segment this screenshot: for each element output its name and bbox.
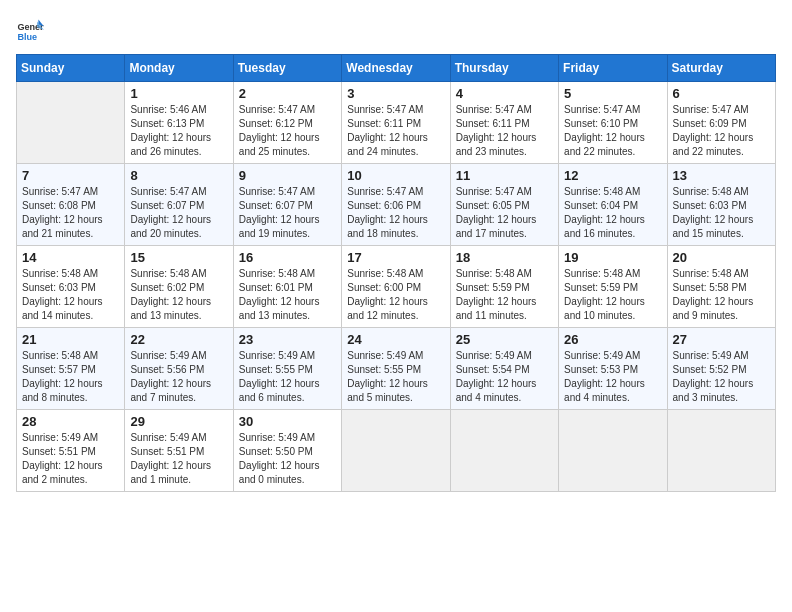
calendar-cell: [559, 410, 667, 492]
calendar-week-4: 21 Sunrise: 5:48 AMSunset: 5:57 PMDaylig…: [17, 328, 776, 410]
calendar-cell: 16 Sunrise: 5:48 AMSunset: 6:01 PMDaylig…: [233, 246, 341, 328]
day-number: 21: [22, 332, 119, 347]
day-info: Sunrise: 5:46 AMSunset: 6:13 PMDaylight:…: [130, 103, 227, 159]
day-number: 29: [130, 414, 227, 429]
day-number: 19: [564, 250, 661, 265]
day-info: Sunrise: 5:49 AMSunset: 5:51 PMDaylight:…: [22, 431, 119, 487]
calendar-cell: 8 Sunrise: 5:47 AMSunset: 6:07 PMDayligh…: [125, 164, 233, 246]
calendar-cell: 15 Sunrise: 5:48 AMSunset: 6:02 PMDaylig…: [125, 246, 233, 328]
day-info: Sunrise: 5:48 AMSunset: 6:03 PMDaylight:…: [22, 267, 119, 323]
day-number: 25: [456, 332, 553, 347]
day-info: Sunrise: 5:47 AMSunset: 6:07 PMDaylight:…: [130, 185, 227, 241]
day-number: 18: [456, 250, 553, 265]
day-number: 7: [22, 168, 119, 183]
calendar-cell: 30 Sunrise: 5:49 AMSunset: 5:50 PMDaylig…: [233, 410, 341, 492]
day-info: Sunrise: 5:47 AMSunset: 6:05 PMDaylight:…: [456, 185, 553, 241]
calendar-cell: 27 Sunrise: 5:49 AMSunset: 5:52 PMDaylig…: [667, 328, 775, 410]
calendar-cell: 20 Sunrise: 5:48 AMSunset: 5:58 PMDaylig…: [667, 246, 775, 328]
calendar-cell: 17 Sunrise: 5:48 AMSunset: 6:00 PMDaylig…: [342, 246, 450, 328]
day-number: 5: [564, 86, 661, 101]
day-info: Sunrise: 5:48 AMSunset: 6:00 PMDaylight:…: [347, 267, 444, 323]
logo-icon: General Blue: [16, 16, 44, 44]
calendar-cell: 7 Sunrise: 5:47 AMSunset: 6:08 PMDayligh…: [17, 164, 125, 246]
calendar-cell: 26 Sunrise: 5:49 AMSunset: 5:53 PMDaylig…: [559, 328, 667, 410]
day-number: 14: [22, 250, 119, 265]
logo: General Blue: [16, 16, 48, 44]
day-number: 22: [130, 332, 227, 347]
day-number: 1: [130, 86, 227, 101]
day-number: 13: [673, 168, 770, 183]
day-info: Sunrise: 5:49 AMSunset: 5:53 PMDaylight:…: [564, 349, 661, 405]
calendar-body: 1 Sunrise: 5:46 AMSunset: 6:13 PMDayligh…: [17, 82, 776, 492]
day-number: 27: [673, 332, 770, 347]
calendar-cell: [342, 410, 450, 492]
day-number: 10: [347, 168, 444, 183]
weekday-header-monday: Monday: [125, 55, 233, 82]
calendar-cell: 12 Sunrise: 5:48 AMSunset: 6:04 PMDaylig…: [559, 164, 667, 246]
weekday-header-thursday: Thursday: [450, 55, 558, 82]
day-info: Sunrise: 5:49 AMSunset: 5:55 PMDaylight:…: [239, 349, 336, 405]
day-info: Sunrise: 5:49 AMSunset: 5:52 PMDaylight:…: [673, 349, 770, 405]
calendar-cell: 18 Sunrise: 5:48 AMSunset: 5:59 PMDaylig…: [450, 246, 558, 328]
day-info: Sunrise: 5:47 AMSunset: 6:12 PMDaylight:…: [239, 103, 336, 159]
day-number: 8: [130, 168, 227, 183]
day-info: Sunrise: 5:48 AMSunset: 6:01 PMDaylight:…: [239, 267, 336, 323]
weekday-header-sunday: Sunday: [17, 55, 125, 82]
calendar-cell: 24 Sunrise: 5:49 AMSunset: 5:55 PMDaylig…: [342, 328, 450, 410]
day-info: Sunrise: 5:49 AMSunset: 5:50 PMDaylight:…: [239, 431, 336, 487]
calendar-cell: 11 Sunrise: 5:47 AMSunset: 6:05 PMDaylig…: [450, 164, 558, 246]
day-info: Sunrise: 5:48 AMSunset: 5:59 PMDaylight:…: [456, 267, 553, 323]
calendar-week-1: 1 Sunrise: 5:46 AMSunset: 6:13 PMDayligh…: [17, 82, 776, 164]
day-info: Sunrise: 5:49 AMSunset: 5:56 PMDaylight:…: [130, 349, 227, 405]
calendar-cell: 2 Sunrise: 5:47 AMSunset: 6:12 PMDayligh…: [233, 82, 341, 164]
calendar-cell: [450, 410, 558, 492]
day-info: Sunrise: 5:48 AMSunset: 6:03 PMDaylight:…: [673, 185, 770, 241]
weekday-header-wednesday: Wednesday: [342, 55, 450, 82]
day-info: Sunrise: 5:48 AMSunset: 5:58 PMDaylight:…: [673, 267, 770, 323]
day-info: Sunrise: 5:47 AMSunset: 6:06 PMDaylight:…: [347, 185, 444, 241]
calendar-cell: 1 Sunrise: 5:46 AMSunset: 6:13 PMDayligh…: [125, 82, 233, 164]
day-info: Sunrise: 5:49 AMSunset: 5:55 PMDaylight:…: [347, 349, 444, 405]
calendar-cell: 29 Sunrise: 5:49 AMSunset: 5:51 PMDaylig…: [125, 410, 233, 492]
day-info: Sunrise: 5:47 AMSunset: 6:08 PMDaylight:…: [22, 185, 119, 241]
day-info: Sunrise: 5:47 AMSunset: 6:09 PMDaylight:…: [673, 103, 770, 159]
day-info: Sunrise: 5:47 AMSunset: 6:07 PMDaylight:…: [239, 185, 336, 241]
day-number: 6: [673, 86, 770, 101]
day-info: Sunrise: 5:49 AMSunset: 5:51 PMDaylight:…: [130, 431, 227, 487]
day-number: 3: [347, 86, 444, 101]
day-info: Sunrise: 5:48 AMSunset: 5:59 PMDaylight:…: [564, 267, 661, 323]
calendar-cell: 3 Sunrise: 5:47 AMSunset: 6:11 PMDayligh…: [342, 82, 450, 164]
day-info: Sunrise: 5:48 AMSunset: 6:02 PMDaylight:…: [130, 267, 227, 323]
calendar-cell: 19 Sunrise: 5:48 AMSunset: 5:59 PMDaylig…: [559, 246, 667, 328]
calendar-cell: 5 Sunrise: 5:47 AMSunset: 6:10 PMDayligh…: [559, 82, 667, 164]
calendar-cell: 13 Sunrise: 5:48 AMSunset: 6:03 PMDaylig…: [667, 164, 775, 246]
day-number: 28: [22, 414, 119, 429]
calendar-week-2: 7 Sunrise: 5:47 AMSunset: 6:08 PMDayligh…: [17, 164, 776, 246]
weekday-header-saturday: Saturday: [667, 55, 775, 82]
calendar-cell: 22 Sunrise: 5:49 AMSunset: 5:56 PMDaylig…: [125, 328, 233, 410]
weekday-header-friday: Friday: [559, 55, 667, 82]
day-info: Sunrise: 5:49 AMSunset: 5:54 PMDaylight:…: [456, 349, 553, 405]
calendar-cell: [667, 410, 775, 492]
calendar-header-row: SundayMondayTuesdayWednesdayThursdayFrid…: [17, 55, 776, 82]
calendar-cell: 4 Sunrise: 5:47 AMSunset: 6:11 PMDayligh…: [450, 82, 558, 164]
calendar-week-5: 28 Sunrise: 5:49 AMSunset: 5:51 PMDaylig…: [17, 410, 776, 492]
day-number: 2: [239, 86, 336, 101]
calendar-cell: 10 Sunrise: 5:47 AMSunset: 6:06 PMDaylig…: [342, 164, 450, 246]
calendar-cell: 6 Sunrise: 5:47 AMSunset: 6:09 PMDayligh…: [667, 82, 775, 164]
day-number: 11: [456, 168, 553, 183]
day-number: 9: [239, 168, 336, 183]
day-info: Sunrise: 5:48 AMSunset: 6:04 PMDaylight:…: [564, 185, 661, 241]
day-info: Sunrise: 5:48 AMSunset: 5:57 PMDaylight:…: [22, 349, 119, 405]
day-number: 26: [564, 332, 661, 347]
calendar-cell: 25 Sunrise: 5:49 AMSunset: 5:54 PMDaylig…: [450, 328, 558, 410]
day-number: 30: [239, 414, 336, 429]
day-number: 23: [239, 332, 336, 347]
weekday-header-tuesday: Tuesday: [233, 55, 341, 82]
day-info: Sunrise: 5:47 AMSunset: 6:11 PMDaylight:…: [456, 103, 553, 159]
calendar-cell: 23 Sunrise: 5:49 AMSunset: 5:55 PMDaylig…: [233, 328, 341, 410]
day-number: 20: [673, 250, 770, 265]
day-number: 4: [456, 86, 553, 101]
calendar-cell: 9 Sunrise: 5:47 AMSunset: 6:07 PMDayligh…: [233, 164, 341, 246]
calendar-table: SundayMondayTuesdayWednesdayThursdayFrid…: [16, 54, 776, 492]
